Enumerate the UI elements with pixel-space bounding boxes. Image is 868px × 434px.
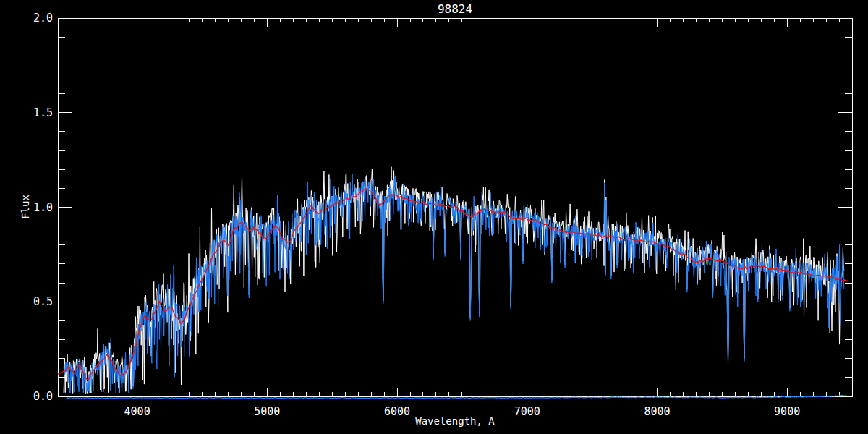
y-tick-label: 1.5 (33, 106, 53, 119)
x-tick-label: 5000 (254, 405, 280, 418)
x-tick-label: 6000 (384, 405, 410, 418)
y-tick-label: 0.5 (33, 295, 53, 308)
y-tick-label: 2.0 (33, 12, 53, 25)
x-axis-label: Wavelength, A (415, 415, 495, 427)
spectrum-plot-window: 98824 Wavelength, A Flux 400050006000700… (0, 0, 868, 434)
y-tick-label: 0.0 (33, 390, 53, 403)
chart-title: 98824 (438, 2, 472, 16)
x-tick-label: 4000 (124, 405, 150, 418)
y-axis-label: Flux (20, 195, 31, 219)
screenshot-root: { "window": { "title": "98824", "backgro… (0, 0, 868, 434)
x-tick-label: 8000 (644, 405, 670, 418)
spectrum-chart: 98824 Wavelength, A Flux 400050006000700… (0, 0, 868, 434)
x-tick-label: 9000 (774, 405, 800, 418)
y-tick-label: 1.0 (33, 201, 53, 214)
x-tick-label: 7000 (514, 405, 540, 418)
